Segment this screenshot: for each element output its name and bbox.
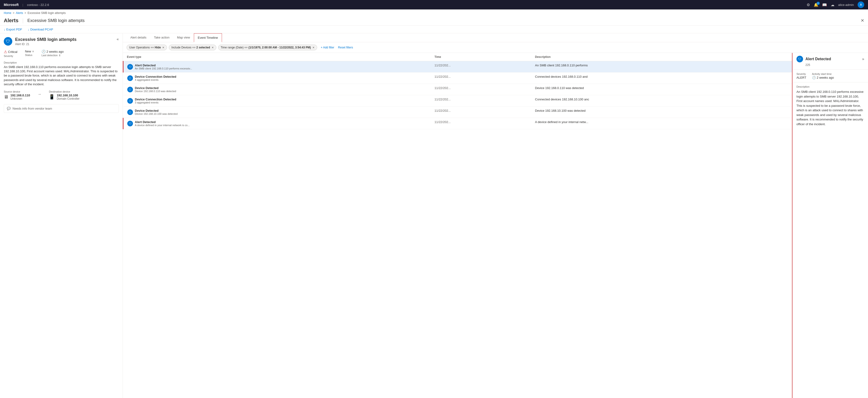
event-name: Device Detected: [135, 109, 178, 113]
filter-chip-user-operations[interactable]: User Operations == Hide ✕: [127, 44, 167, 50]
breadcrumb-sep1: >: [13, 11, 14, 14]
event-name: Alert Detected: [135, 120, 190, 124]
event-type-info: Device Connection Detected 4 aggregated …: [135, 75, 176, 81]
table-row[interactable]: ⬡ Device Connection Detected 4 aggregate…: [123, 72, 792, 84]
alert-info: Excessive SMB login attempts Alert ID: 2…: [15, 37, 76, 46]
alert-meta: ⚠ Critical Severity New ∨ Status 🕐 2 wee…: [4, 50, 119, 57]
clock-icon: 🕐: [41, 50, 45, 53]
filter-user-ops-remove[interactable]: ✕: [162, 46, 164, 49]
event-sub: Device 192.168.0.110 was detected: [135, 90, 176, 93]
close-button[interactable]: ✕: [861, 18, 864, 23]
detail-activity: Activity start time 🕐 2 weeks ago: [812, 72, 834, 79]
event-description: Device 192.168.0.110 was detected: [531, 84, 792, 95]
comment-icon: 💬: [7, 107, 11, 110]
cloud-icon[interactable]: ☁: [831, 3, 834, 7]
event-sub: A device defined in your internal networ…: [135, 124, 190, 127]
table-row[interactable]: 🛡 Alert Detected An SMB client 192.168.0…: [123, 61, 792, 72]
dest-ip: 192.168.10.100: [57, 94, 80, 97]
description-text: An SMB client 192.168.0.110 performs exc…: [4, 65, 119, 87]
filter-chip-include-devices[interactable]: Include Devices == 2 selected ✕: [169, 44, 216, 50]
dest-device-row: 📱 192.168.10.100 Domain Controller: [49, 94, 80, 100]
table-row[interactable]: ⬡ Device Detected Device 192.168.10.100 …: [123, 106, 792, 118]
filter-time-range-remove[interactable]: ✕: [312, 46, 314, 49]
username-label: alice-admin: [838, 3, 854, 7]
detection-value: 🕐 2 weeks ago: [41, 50, 64, 53]
detection-text: 2 weeks ago: [46, 50, 64, 53]
table-header-row: Event type Time Description: [123, 53, 792, 61]
breadcrumb: Home > Alerts > Excessive SMB login atte…: [0, 9, 868, 17]
filter-bar: User Operations == Hide ✕ Include Device…: [123, 42, 868, 53]
event-time: 11/22/202...: [431, 72, 531, 84]
book-icon[interactable]: 📖: [822, 3, 827, 7]
filter-chip-time-range[interactable]: Time range (Date) == (1/1/1970, 2:00:00 …: [218, 44, 317, 50]
settings-icon[interactable]: ⚙: [807, 3, 810, 7]
table-row[interactable]: ⬡ Device Detected Device 192.168.0.110 w…: [123, 84, 792, 95]
event-name: Device Connection Detected: [135, 75, 176, 79]
event-type-icon: ⬡: [127, 110, 133, 115]
table-row[interactable]: 🛡 Alert Detected A device defined in you…: [123, 118, 792, 129]
source-device-block: Source device 🖥 192.168.0.110 Unknown: [4, 90, 30, 100]
reset-filters-button[interactable]: Reset filters: [338, 46, 353, 49]
detail-clock-icon: 🕐: [812, 76, 816, 79]
brand-logo: Microsoft: [4, 3, 19, 7]
breadcrumb-current: Excessive SMB login attempts: [28, 11, 66, 14]
event-time: 11/22/202...: [431, 95, 531, 106]
source-ip: 192.168.0.110: [10, 94, 30, 97]
detail-activity-label: Activity start time: [812, 72, 834, 75]
collapse-button[interactable]: «: [117, 37, 119, 41]
event-type-cell: ⬡ Device Connection Detected 3 aggregate…: [127, 97, 427, 104]
event-type-cell: 🛡 Alert Detected A device defined in you…: [127, 120, 427, 127]
detail-severity: Severity ALERT: [797, 72, 806, 79]
user-avatar[interactable]: A: [858, 1, 864, 8]
device-arrow-icon: →: [37, 92, 41, 96]
dest-device-block: Destination device 📱 192.168.10.100 Doma…: [49, 90, 80, 100]
detection-label: Last detection ℹ: [41, 54, 64, 57]
event-name: Alert Detected: [135, 64, 192, 67]
severity-text: Critical: [8, 50, 18, 54]
tab-alert-details[interactable]: Alert details: [127, 33, 150, 42]
status-value: New ∨: [25, 50, 34, 53]
table-row[interactable]: ⬡ Device Connection Detected 3 aggregate…: [123, 95, 792, 106]
dest-device-info: 192.168.10.100 Domain Controller: [57, 94, 80, 100]
description-section: Description An SMB client 192.168.0.110 …: [4, 61, 119, 87]
filter-include-devices-remove[interactable]: ✕: [212, 46, 214, 49]
col-time: Time: [431, 53, 531, 61]
detail-description-section: Description An SMB client 192.168.0.110 …: [793, 83, 868, 398]
event-time: 11/22/202...: [431, 61, 531, 72]
breadcrumb-sep2: >: [25, 11, 26, 14]
dest-device-label: Destination device: [49, 90, 80, 93]
event-name: Device Connection Detected: [135, 97, 176, 101]
detail-number: 225: [797, 63, 864, 67]
description-label: Description: [4, 61, 119, 64]
event-time: 11/22/202...: [431, 106, 531, 118]
comment-box: 💬 Needs info from vendor team: [4, 104, 119, 113]
detail-expand-button[interactable]: »: [862, 57, 864, 61]
event-description: A device defined in your internal netw..…: [531, 118, 792, 129]
breadcrumb-alerts[interactable]: Alerts: [16, 11, 23, 14]
source-type: Unknown: [10, 97, 30, 100]
add-filter-button[interactable]: + Add filter: [319, 45, 336, 50]
topbar-divider: |: [23, 3, 23, 7]
detail-header: 🛡 Alert Detected » 225: [793, 53, 868, 70]
topbar-tenant: contoso - 22.2.6: [27, 3, 49, 7]
download-pcap-button[interactable]: ↓ Download PCAP: [28, 28, 53, 31]
tab-take-action[interactable]: Take action: [150, 33, 173, 42]
event-table: Event type Time Description 🛡 Alert Dete…: [123, 53, 792, 129]
status-meta: New ∨ Status: [25, 50, 34, 57]
event-description: Connected devices 192.168.0.110 and: [531, 72, 792, 84]
event-description: Connected devices 192.168.10.100 anc: [531, 95, 792, 106]
detection-meta: 🕐 2 weeks ago Last detection ℹ: [41, 50, 64, 57]
tab-map-view[interactable]: Map view: [173, 33, 194, 42]
event-sub: An SMB client 192.168.0.110 performs exc…: [135, 67, 192, 70]
event-name: Device Detected: [135, 86, 176, 90]
event-type-icon: ⬡: [127, 75, 133, 81]
status-dropdown-icon[interactable]: ∨: [32, 50, 34, 53]
breadcrumb-home[interactable]: Home: [4, 11, 11, 14]
detail-severity-value: ALERT: [797, 76, 806, 79]
tab-event-timeline[interactable]: Event Timeline: [194, 33, 222, 42]
export-pdf-button[interactable]: ↓ Export PDF: [4, 28, 22, 31]
notifications-icon[interactable]: 🔔 0: [814, 3, 818, 7]
source-device-label: Source device: [4, 90, 30, 93]
info-icon: ℹ: [59, 54, 60, 57]
detail-meta: Severity ALERT Activity start time 🕐 2 w…: [793, 70, 868, 83]
